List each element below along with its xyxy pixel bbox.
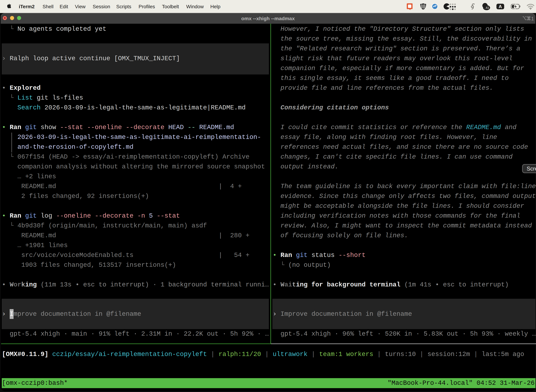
svg-text:..61: ..61 [484, 6, 489, 9]
